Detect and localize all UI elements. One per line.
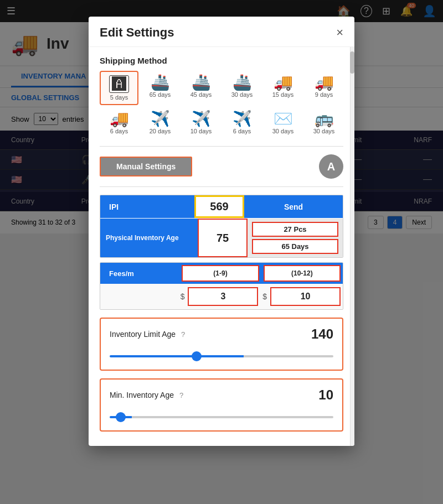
ipi-bottom-row: Physical Inventory Age 75 27 Pcs 65 Days: [100, 218, 343, 257]
plane-2-icon: ✈️: [192, 111, 211, 127]
shipping-days-2: 45 days: [190, 91, 212, 98]
shipping-item-0[interactable]: 🅰 5 days: [100, 71, 138, 105]
shipping-days-1: 65 days: [150, 91, 171, 98]
send-days: 65 Days: [252, 239, 338, 254]
divider-1: [100, 146, 343, 147]
shipping-item-11[interactable]: 🚌 30 days: [305, 107, 343, 138]
min-inventory-age-box: Min. Inventory Age ? 10: [100, 378, 343, 432]
fees-range-1: (1-9): [182, 265, 259, 282]
fees-section: Fees/m (1-9) (10-12) $ 3 $ 10: [100, 262, 343, 310]
shipping-days-0: 5 days: [110, 94, 128, 101]
fees-dollar-1: $: [181, 292, 185, 301]
shipping-item-9[interactable]: ✈️ 6 days: [223, 107, 261, 138]
ship-3-icon: 🚢: [233, 75, 252, 90]
modal-header: Edit Settings ×: [89, 17, 354, 47]
shipping-item-2[interactable]: 🚢 45 days: [182, 71, 220, 105]
inventory-limit-age-label: Inventory Limit Age: [110, 330, 176, 339]
ipi-top-row: IPI 569 Send: [100, 195, 343, 218]
inventory-limit-age-slider-container: [110, 347, 333, 362]
fees-value-1[interactable]: 3: [188, 287, 258, 306]
inventory-limit-age-box: Inventory Limit Age ? 140: [100, 318, 343, 371]
inventory-limit-age-row: Inventory Limit Age ? 140: [110, 326, 333, 342]
shipping-days-9: 6 days: [233, 128, 251, 134]
shipping-item-1[interactable]: 🚢 65 days: [141, 71, 179, 105]
ipi-value[interactable]: 569: [194, 195, 244, 218]
fees-range-2: (10-12): [264, 265, 341, 282]
shipping-days-3: 30 days: [231, 91, 253, 98]
manual-settings-button[interactable]: Manual Settings: [100, 157, 192, 176]
auto-icon: A: [319, 154, 343, 179]
modal-title: Edit Settings: [100, 25, 174, 40]
close-button[interactable]: ×: [336, 27, 343, 39]
physical-inventory-age-label: Physical Inventory Age: [100, 219, 198, 257]
fees-label: Fees/m: [100, 263, 179, 284]
plane-1-icon: ✈️: [151, 111, 170, 127]
modal-body[interactable]: Shipping Method 🅰 5 days 🚢 65 days 🚢 45 …: [89, 47, 354, 446]
ship-2-icon: 🚢: [192, 75, 211, 90]
scroll-thumb[interactable]: [350, 51, 354, 74]
ipi-label: IPI: [100, 195, 194, 218]
shipping-item-3[interactable]: 🚢 30 days: [223, 71, 261, 105]
truck-1-icon: 🚚: [274, 75, 293, 90]
manual-settings-row: Manual Settings A: [100, 154, 343, 179]
ipi-section: IPI 569 Send Physical Inventory Age 75 2…: [100, 195, 343, 258]
inventory-limit-age-help[interactable]: ?: [181, 330, 185, 339]
shipping-days-8: 10 days: [190, 128, 212, 134]
shipping-item-6[interactable]: 🚚 6 days: [100, 107, 138, 138]
min-inventory-age-slider[interactable]: [110, 416, 333, 418]
send-pcs: 27 Pcs: [252, 222, 338, 237]
min-inventory-age-slider-container: [110, 408, 333, 423]
amazon-icon: 🅰: [109, 75, 129, 93]
shipping-days-6: 6 days: [110, 128, 128, 134]
shipping-item-10[interactable]: ✉️ 30 days: [264, 107, 302, 138]
shipping-days-4: 15 days: [272, 91, 294, 98]
shipping-days-10: 30 days: [272, 128, 294, 134]
fees-body: $ 3 $ 10: [100, 284, 343, 309]
mail-icon: ✉️: [274, 111, 293, 127]
divider-2: [100, 186, 343, 187]
shipping-item-7[interactable]: ✈️ 20 days: [141, 107, 179, 138]
send-label: Send: [244, 195, 343, 218]
min-inventory-age-label: Min. Inventory Age: [110, 391, 174, 399]
min-inventory-age-help[interactable]: ?: [179, 391, 183, 399]
physical-inventory-age-value[interactable]: 75: [198, 219, 248, 257]
modal-overlay: Edit Settings × Shipping Method 🅰 5 days…: [0, 0, 443, 504]
shipping-item-8[interactable]: ✈️ 10 days: [182, 107, 220, 138]
fees-dollar-2: $: [262, 292, 267, 301]
scroll-track: [350, 47, 354, 446]
inventory-limit-age-slider[interactable]: [110, 355, 333, 357]
send-values: 27 Pcs 65 Days: [248, 219, 343, 257]
edit-settings-modal: Edit Settings × Shipping Method 🅰 5 days…: [89, 17, 354, 446]
shipping-days-11: 30 days: [313, 128, 335, 134]
plane-3-icon: ✈️: [233, 111, 252, 127]
fees-header: Fees/m (1-9) (10-12): [100, 263, 343, 284]
fees-value-2[interactable]: 10: [270, 287, 341, 306]
shipping-grid: 🅰 5 days 🚢 65 days 🚢 45 days 🚢 30 days 🚚: [100, 71, 343, 138]
bus-icon: 🚌: [315, 111, 334, 127]
shipping-item-4[interactable]: 🚚 15 days: [264, 71, 302, 105]
shipping-section-label: Shipping Method: [100, 56, 343, 65]
min-inventory-age-value: 10: [318, 387, 333, 403]
shipping-days-5: 9 days: [315, 91, 333, 98]
ship-1-icon: 🚢: [151, 75, 170, 90]
truck-2-icon: 🚚: [315, 75, 334, 90]
inventory-limit-age-value: 140: [311, 326, 333, 342]
truck-3-icon: 🚚: [110, 111, 129, 127]
shipping-days-7: 20 days: [150, 128, 171, 134]
min-inventory-age-row: Min. Inventory Age ? 10: [110, 387, 333, 403]
shipping-item-5[interactable]: 🚚 9 days: [305, 71, 343, 105]
